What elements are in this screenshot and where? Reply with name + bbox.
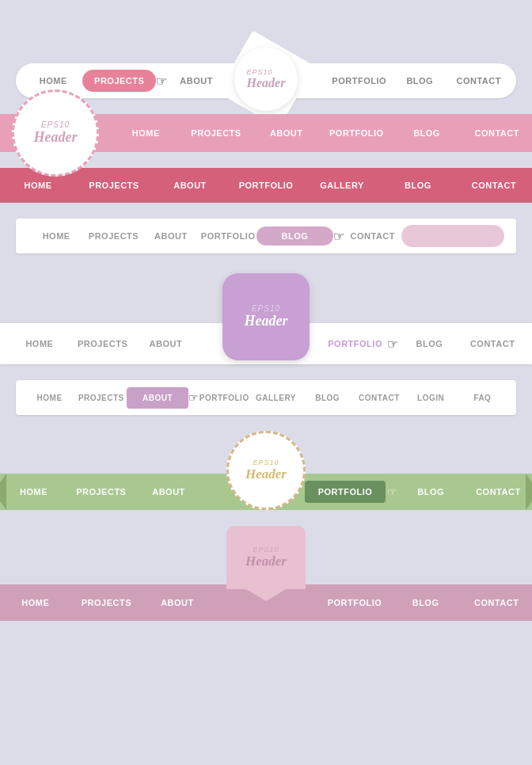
nav8-home[interactable]: HOME [0,598,71,607]
navbar-2: EPS10 Header HOME PROJECTS ABOUT PORTFOL… [0,114,532,152]
nav5-projects[interactable]: PROJECTS [71,339,135,348]
nav7-projects[interactable]: PROJECTS [67,487,135,497]
nav7-about[interactable]: ABOUT [135,487,202,497]
nav1-projects[interactable]: PROJECTS [82,70,155,92]
nav8-about[interactable]: ABOUT [142,598,213,607]
nav7-blog[interactable]: BLOG [397,487,465,497]
nav5-home[interactable]: HOME [8,339,71,348]
nav6-about[interactable]: ABOUT [127,387,188,409]
nav4-projects[interactable]: PROJECTS [85,231,142,241]
nav7-portfolio[interactable]: PORTFOLIO [305,481,385,503]
nav8-logo: EPS10 Header [226,526,306,589]
nav2-projects[interactable]: PROJECTS [181,128,252,138]
nav3-about[interactable]: ABOUT [152,171,228,200]
nav3-contact[interactable]: CONTACT [456,171,532,200]
navbar-8: EPS10 Header HOME PROJECTS ABOUT PORTFOL… [0,526,532,621]
nav7-contact[interactable]: CONTACT [465,487,532,497]
nav2-header: Header [34,129,78,146]
nav1-about[interactable]: ABOUT [167,70,226,92]
nav6-home[interactable]: HOME [24,394,75,402]
nav7-ribbon-left [0,474,6,510]
nav3-bar: HOME PROJECTS ABOUT PORTFOLIO GALLERY BL… [0,168,532,203]
nav1-blog[interactable]: BLOG [390,70,449,92]
nav8-eps: EPS10 [253,546,279,554]
navbar-5: EPS10 Header HOME PROJECTS ABOUT PORTFOL… [0,269,532,364]
nav4-bar: HOME PROJECTS ABOUT PORTFOLIO BLOG ☞ CON… [16,219,516,253]
navbar-4: HOME PROJECTS ABOUT PORTFOLIO BLOG ☞ CON… [16,219,516,253]
nav2-eps: EPS10 [41,120,70,129]
cursor-icon-5: ☞ [387,337,398,352]
nav6-login[interactable]: LOGIN [405,394,457,402]
nav1-portfolio[interactable]: PORTFOLIO [328,70,390,92]
nav7-home[interactable]: HOME [0,487,67,497]
nav4-portfolio[interactable]: PORTFOLIO [200,231,256,241]
nav2-contact[interactable]: CONTACT [462,128,532,138]
navbar-6: HOME PROJECTS ABOUT ☞ PORTFOLIO GALLERY … [16,380,516,415]
nav5-blog[interactable]: BLOG [398,339,462,348]
nav5-portfolio[interactable]: PORTFOLIO [324,339,387,348]
nav8-projects[interactable]: PROJECTS [71,598,142,607]
nav4-search-input[interactable] [401,225,504,247]
nav2-home[interactable]: HOME [111,128,181,138]
navbar-1: EPS10 Header HOME PROJECTS ☞ ABOUT PORTF… [16,63,516,98]
nav5-contact[interactable]: CONTACT [461,339,524,348]
nav4-contact[interactable]: CONTACT [344,231,401,241]
navbar-7: EPS10 Header HOME PROJECTS ABOUT PORTFOL… [0,431,532,510]
nav7-eps: EPS10 [253,459,279,466]
nav6-bar: HOME PROJECTS ABOUT ☞ PORTFOLIO GALLERY … [16,380,516,415]
nav4-home[interactable]: HOME [28,231,85,241]
nav6-portfolio[interactable]: PORTFOLIO [199,394,250,402]
nav1-eps: EPS10 [247,68,286,76]
nav3-gallery[interactable]: GALLERY [304,171,380,200]
nav2-logo: EPS10 Header [12,89,99,177]
nav1-header: Header [247,76,286,90]
nav2-about[interactable]: ABOUT [251,128,321,138]
nav4-about[interactable]: ABOUT [142,231,200,241]
cursor-icon-1: ☞ [156,74,167,89]
nav8-portfolio[interactable]: PORTFOLIO [319,598,390,607]
nav5-eps: EPS10 [252,304,280,313]
nav8-header: Header [245,554,287,569]
nav6-gallery[interactable]: GALLERY [250,394,302,402]
cursor-icon-7: ☞ [387,485,397,498]
nav5-header: Header [245,313,288,329]
nav6-projects[interactable]: PROJECTS [75,394,127,402]
nav3-blog[interactable]: BLOG [380,171,456,200]
nav7-header: Header [245,466,287,482]
nav1-contact[interactable]: CONTACT [450,70,508,92]
cursor-icon-6: ☞ [188,391,199,404]
nav1-logo: EPS10 Header [230,40,302,119]
nav6-faq[interactable]: FAQ [457,394,508,402]
navbar-3: HOME PROJECTS ABOUT PORTFOLIO GALLERY BL… [0,168,532,203]
nav6-blog[interactable]: BLOG [302,394,353,402]
nav1-home[interactable]: HOME [24,70,82,92]
nav8-contact[interactable]: CONTACT [461,598,532,607]
nav8-blog[interactable]: BLOG [390,598,462,607]
nav6-contact[interactable]: CONTACT [353,394,405,402]
nav5-logo: EPS10 Header [222,273,310,360]
nav2-portfolio[interactable]: PORTFOLIO [321,128,392,138]
nav7-logo: EPS10 Header [218,431,314,510]
cursor-icon-4: ☞ [333,229,344,244]
nav3-portfolio[interactable]: PORTFOLIO [228,171,304,200]
nav4-blog[interactable]: BLOG [256,226,332,245]
nav3-projects[interactable]: PROJECTS [76,171,152,200]
nav2-blog[interactable]: BLOG [392,128,462,138]
nav7-ribbon-right [526,474,532,510]
nav5-about[interactable]: ABOUT [135,339,198,348]
